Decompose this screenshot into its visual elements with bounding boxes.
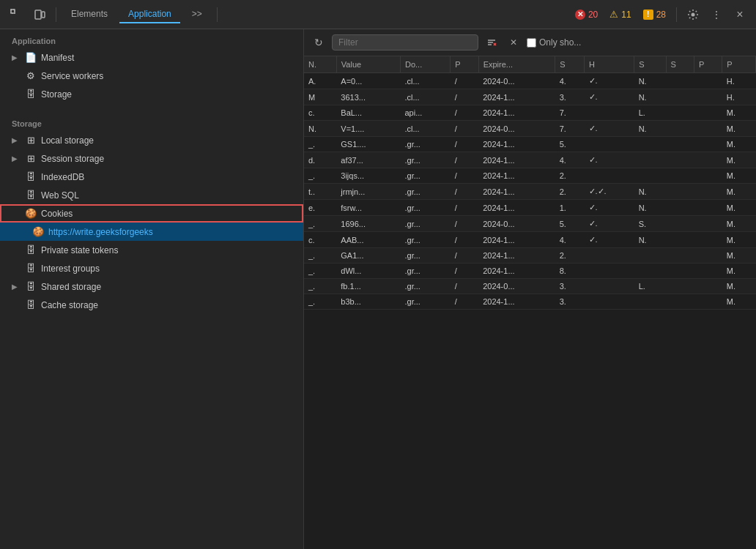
sidebar-item-shared-storage[interactable]: ▶ 🗄 Shared storage <box>0 277 303 296</box>
cell-p2: M. <box>722 248 756 264</box>
cell-expires: 2024-1... <box>478 264 555 279</box>
col-path[interactable]: P <box>451 56 478 73</box>
table-row[interactable]: e.fsrw....gr.../2024-1...1.✓.N.M. <box>304 200 756 216</box>
filter-input[interactable] <box>332 34 478 51</box>
cell-s1: 4. <box>555 232 585 248</box>
cell-domain: .cl... <box>400 73 450 89</box>
filter-clear-icon[interactable] <box>483 34 500 51</box>
cell-path: / <box>451 216 478 232</box>
table-row[interactable]: _.dWl....gr.../2024-1...8.M. <box>304 264 756 279</box>
table-row[interactable]: _.GA1....gr.../2024-1...2.M. <box>304 248 756 264</box>
cookies-table-container[interactable]: N. Value Do... P Expire... S H S S P P A… <box>304 56 756 549</box>
cell-p1 <box>694 121 722 137</box>
table-row[interactable]: c.AAB....gr.../2024-1...4.✓.N.M. <box>304 232 756 248</box>
cell-value: b3b... <box>336 294 400 310</box>
local-storage-icon: ⊞ <box>25 135 37 146</box>
col-name[interactable]: N. <box>304 56 336 73</box>
settings-icon[interactable] <box>683 4 703 25</box>
col-p2[interactable]: P <box>722 56 756 73</box>
cell-value: A=0... <box>336 73 400 89</box>
cell-name: _. <box>304 248 336 264</box>
col-p1[interactable]: P <box>694 56 722 73</box>
cell-expires: 2024-1... <box>478 168 555 184</box>
sidebar-item-private-state-tokens[interactable]: 🗄 Private state tokens <box>0 241 303 259</box>
tab-elements[interactable]: Elements <box>62 6 116 23</box>
cell-name: d. <box>304 152 336 168</box>
error-badge[interactable]: ✕ 20 <box>571 8 602 21</box>
cell-value: 3ijqs... <box>336 168 400 184</box>
cell-s3 <box>666 73 694 89</box>
tab-application[interactable]: Application <box>119 6 180 23</box>
cell-p1 <box>694 152 722 168</box>
more-options-icon[interactable]: ⋮ <box>706 4 727 25</box>
storage-app-icon: 🗄 <box>25 89 37 100</box>
sidebar-item-service-workers[interactable]: ⚙ Service workers <box>0 67 303 85</box>
sidebar-item-manifest[interactable]: ▶ 📄 Manifest <box>0 48 303 67</box>
only-show-checkbox[interactable] <box>527 38 536 48</box>
table-row[interactable]: t..jrmjn....gr.../2024-1...2.✓.✓.N.M. <box>304 184 756 200</box>
cell-s3 <box>666 264 694 279</box>
col-expires[interactable]: Expire... <box>478 56 555 73</box>
inspect-icon[interactable] <box>6 4 26 25</box>
sidebar-item-cookies-url[interactable]: 🍪 https://write.geeksforgeeks <box>0 223 303 241</box>
cell-name: _. <box>304 264 336 279</box>
table-row[interactable]: _.fb.1....gr.../2024-0...3.L.M. <box>304 279 756 294</box>
table-row[interactable]: d.af37....gr.../2024-1...4.✓.M. <box>304 152 756 168</box>
cell-name: e. <box>304 200 336 216</box>
table-row[interactable]: _.b3b....gr.../2024-1...3.M. <box>304 294 756 310</box>
sidebar-item-web-sql[interactable]: 🗄 Web SQL <box>0 186 303 204</box>
warning-badge[interactable]: ⚠ 11 <box>605 7 635 21</box>
clear-button[interactable]: ✕ <box>505 34 522 51</box>
sidebar-item-session-storage[interactable]: ▶ ⊞ Session storage <box>0 149 303 168</box>
device-icon[interactable] <box>29 4 50 25</box>
toolbar-separator-3 <box>676 7 677 22</box>
sidebar-item-storage-app[interactable]: 🗄 Storage <box>0 85 303 103</box>
col-h[interactable]: H <box>585 56 634 73</box>
cell-path: / <box>451 279 478 294</box>
col-s3[interactable]: S <box>666 56 694 73</box>
col-value[interactable]: Value <box>336 56 400 73</box>
tab-more[interactable]: >> <box>183 6 211 23</box>
cell-expires: 2024-0... <box>478 73 555 89</box>
cell-h <box>585 264 634 279</box>
sidebar-item-local-storage[interactable]: ▶ ⊞ Local storage <box>0 131 303 149</box>
notice-badge[interactable]: ! 28 <box>639 8 670 21</box>
table-row[interactable]: _.GS1.....gr.../2024-1...5.M. <box>304 137 756 152</box>
table-row[interactable]: _.1696....gr.../2024-0...5.✓.S.M. <box>304 216 756 232</box>
cell-s3 <box>666 105 694 121</box>
cell-expires: 2024-1... <box>478 294 555 310</box>
cell-name: _. <box>304 279 336 294</box>
col-domain[interactable]: Do... <box>400 56 450 73</box>
table-row[interactable]: c.BaL...api.../2024-1...7.L.M. <box>304 105 756 121</box>
col-s2[interactable]: S <box>634 56 666 73</box>
table-row[interactable]: N.V=1.....cl.../2024-0...7.✓.N.M. <box>304 121 756 137</box>
local-storage-label: Local storage <box>41 135 94 146</box>
content-toolbar: ↻ ✕ Only sho... <box>304 29 756 56</box>
sidebar-item-cache-storage[interactable]: 🗄 Cache storage <box>0 296 303 314</box>
cell-p1 <box>694 294 722 310</box>
cell-expires: 2024-1... <box>478 200 555 216</box>
sidebar-item-interest-groups[interactable]: 🗄 Interest groups <box>0 259 303 277</box>
cell-s1: 2. <box>555 168 585 184</box>
cookies-label: Cookies <box>41 209 73 219</box>
sidebar-item-indexeddb[interactable]: 🗄 IndexedDB <box>0 168 303 186</box>
cookies-url-label: https://write.geeksforgeeks <box>48 227 153 237</box>
cell-name: c. <box>304 105 336 121</box>
cell-domain: .gr... <box>400 137 450 152</box>
cell-s1: 3. <box>555 89 585 105</box>
close-button[interactable]: × <box>730 4 750 25</box>
table-row[interactable]: _.3ijqs....gr.../2024-1...2.M. <box>304 168 756 184</box>
cell-domain: .cl... <box>400 89 450 105</box>
cell-path: / <box>451 200 478 216</box>
refresh-button[interactable]: ↻ <box>310 34 327 51</box>
col-s1[interactable]: S <box>555 56 585 73</box>
table-header-row: N. Value Do... P Expire... S H S S P P <box>304 56 756 73</box>
cell-h <box>585 294 634 310</box>
interest-groups-label: Interest groups <box>41 264 100 274</box>
sidebar-item-cookies[interactable]: 🍪 Cookies <box>0 204 303 223</box>
only-show-label[interactable]: Only sho... <box>527 37 581 48</box>
cell-s2 <box>634 152 666 168</box>
table-row[interactable]: M3613....cl.../2024-1...3.✓.N.H. <box>304 89 756 105</box>
error-count: 20 <box>588 10 598 20</box>
table-row[interactable]: A.A=0....cl.../2024-0...4.✓.N.H. <box>304 73 756 89</box>
